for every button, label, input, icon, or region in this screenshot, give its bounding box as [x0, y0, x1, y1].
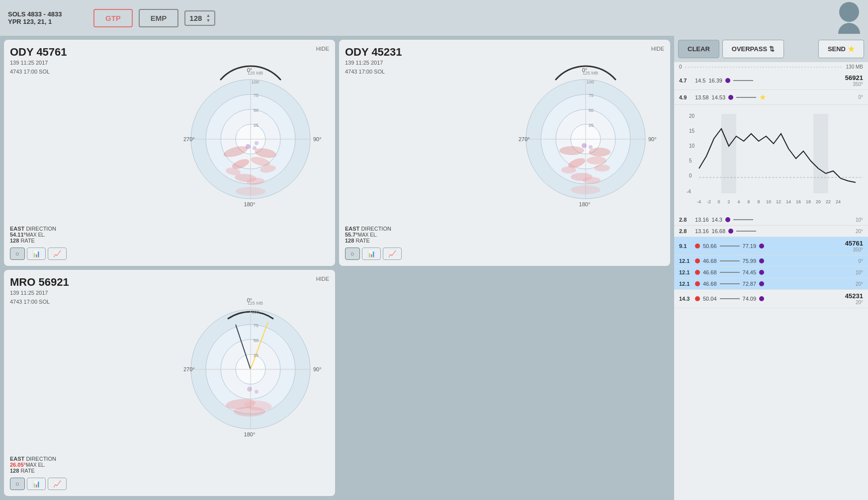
svg-text:14: 14 — [786, 199, 791, 204]
svg-text:180°: 180° — [579, 201, 591, 207]
svg-point-26 — [255, 141, 259, 145]
val2: 77.19 — [743, 243, 757, 249]
emp-button[interactable]: EMP — [139, 9, 179, 27]
overpass-row[interactable]: 2.8 13.16 16.68 20° — [674, 226, 868, 237]
overpass-row[interactable]: 4.9 13.58 14.53 ★ 0° — [674, 90, 868, 105]
val2: 74.09 — [743, 296, 757, 302]
sat-meta: 139 11:25 2017 4743 17:00 SOL — [10, 59, 67, 76]
val1: 14.5 — [695, 78, 705, 83]
hide-button[interactable]: HIDE — [651, 46, 664, 52]
row-vals: 13.16 16.68 — [695, 228, 856, 234]
svg-text:270°: 270° — [183, 136, 195, 142]
circle-view-btn[interactable]: ○ — [345, 248, 360, 260]
send-label: SEND — [828, 45, 846, 53]
stepper-down-icon[interactable]: ▼ — [206, 18, 210, 23]
polar-chart: 0° 180° 270° 90° 25 50 75 100 125 MB — [176, 55, 325, 224]
row-num: 2.8 — [679, 217, 695, 223]
val1: 13.58 — [695, 94, 709, 100]
row-vals: 46.68 75.99 — [695, 258, 858, 264]
overpass-row-highlighted[interactable]: 9.1 50.66 77.19 45761 350° — [674, 237, 868, 255]
right-sidebar: CLEAR OVERPASS ⇅ SEND ★ 0 130 MB 4.7 — [674, 36, 868, 500]
svg-text:22: 22 — [826, 199, 831, 204]
svg-text:75: 75 — [589, 93, 594, 98]
overpass-row-highlighted[interactable]: 12.1 46.68 74.45 10° — [674, 267, 868, 278]
row-num: 12.1 — [679, 281, 695, 287]
svg-text:100: 100 — [252, 80, 259, 84]
line-view-btn[interactable]: 📈 — [383, 248, 402, 260]
connector-line — [736, 231, 756, 232]
row-degree: 20° — [856, 229, 863, 234]
overpass-row-highlighted[interactable]: 12.1 46.68 72.87 20° — [674, 278, 868, 290]
svg-text:4: 4 — [737, 199, 740, 204]
svg-text:10: 10 — [766, 199, 771, 204]
hide-button[interactable]: HIDE — [316, 276, 329, 282]
clear-button[interactable]: CLEAR — [678, 40, 719, 58]
row-degree: 20° — [856, 281, 863, 287]
dot-purple-icon — [759, 258, 764, 263]
svg-text:90°: 90° — [648, 136, 657, 142]
card-ody45761: ODY 45761 139 11:25 2017 4743 17:00 SOL … — [4, 40, 335, 266]
svg-text:125 MB: 125 MB — [583, 71, 598, 76]
circle-view-btn[interactable]: ○ — [10, 248, 25, 260]
rate-stepper[interactable]: 128 ▲ ▼ — [184, 10, 215, 26]
bar-view-btn[interactable]: 📊 — [27, 478, 46, 490]
gtp-button[interactable]: GTP — [93, 9, 133, 27]
connector-line — [720, 260, 740, 261]
svg-text:270°: 270° — [183, 366, 195, 372]
main-content: ODY 45761 139 11:25 2017 4743 17:00 SOL … — [0, 36, 868, 500]
overpass-row-highlighted[interactable]: 12.1 46.68 75.99 0° — [674, 255, 868, 267]
dot-purple-icon — [728, 95, 733, 100]
val2: 16.68 — [712, 228, 726, 234]
polar-chart: 0° 180° 270° 90° 25 50 75 100 125 MB — [511, 55, 660, 224]
svg-text:5: 5 — [689, 158, 692, 164]
svg-text:180°: 180° — [244, 201, 256, 207]
sols-ypr-info: SOLS 4833 - 4833 YPR 123, 21, 1 — [8, 10, 87, 25]
send-button[interactable]: SEND ★ — [818, 40, 864, 58]
line-view-btn[interactable]: 📈 — [48, 478, 67, 490]
progress-dots — [685, 66, 843, 69]
svg-rect-76 — [721, 114, 736, 193]
progress-area: 0 130 MB — [674, 62, 868, 72]
svg-text:100: 100 — [252, 310, 259, 315]
dot-purple-icon — [759, 270, 764, 275]
dot-red-icon — [695, 296, 700, 301]
svg-text:15: 15 — [689, 128, 695, 134]
overpass-row[interactable]: 4.7 14.5 16.39 56921 350° — [674, 72, 868, 90]
line-view-btn[interactable]: 📈 — [48, 248, 67, 260]
svg-text:50: 50 — [254, 338, 259, 343]
progress-right: 130 MB — [846, 64, 863, 70]
bar-view-btn[interactable]: 📊 — [362, 248, 381, 260]
overpass-button[interactable]: OVERPASS ⇅ — [722, 40, 784, 58]
circle-view-btn[interactable]: ○ — [10, 478, 25, 490]
svg-text:12: 12 — [776, 199, 781, 204]
val1: 50.66 — [703, 243, 717, 249]
top-bar: SOLS 4833 - 4833 YPR 123, 21, 1 GTP EMP … — [0, 0, 868, 36]
svg-point-43 — [561, 167, 576, 173]
card-mro56921: MRO 56921 139 11:25 2017 4743 17:00 SOL … — [4, 270, 335, 496]
row-sat-id: 56921 — [833, 74, 863, 82]
overpass-row[interactable]: 2.8 13.16 14.3 10° — [674, 214, 868, 226]
overpass-row[interactable]: 14.3 50.04 74.09 45231 20° — [674, 290, 868, 308]
val2: 72.87 — [743, 281, 757, 287]
connector-line — [736, 97, 756, 98]
row-num: 2.8 — [679, 228, 695, 234]
row-num: 4.7 — [679, 78, 695, 83]
line-chart-svg: 20 15 10 5 0 -4 -4 -2 0 2 4 6 8 10 12 — [679, 109, 863, 208]
row-degree: 10° — [856, 217, 863, 223]
stepper-arrows[interactable]: ▲ ▼ — [206, 13, 210, 23]
sat-title: ODY 45761 — [10, 46, 67, 59]
polar-svg: 0° 180° 270° 90° 25 50 75 100 125 MB — [176, 55, 325, 214]
bar-view-btn[interactable]: 📊 — [27, 248, 46, 260]
stepper-up-icon[interactable]: ▲ — [206, 13, 210, 18]
svg-text:18: 18 — [806, 199, 811, 204]
row-vals: 46.68 74.45 — [695, 269, 856, 275]
svg-text:0: 0 — [717, 199, 720, 204]
svg-point-48 — [559, 146, 584, 155]
dot-icon — [725, 217, 730, 222]
overpass-label: OVERPASS — [732, 45, 767, 53]
svg-text:270°: 270° — [519, 136, 530, 142]
hide-button[interactable]: HIDE — [316, 46, 329, 52]
stepper-value: 128 — [189, 14, 202, 22]
connector-line — [720, 283, 740, 284]
row-sat-id: 45231 — [833, 292, 863, 300]
